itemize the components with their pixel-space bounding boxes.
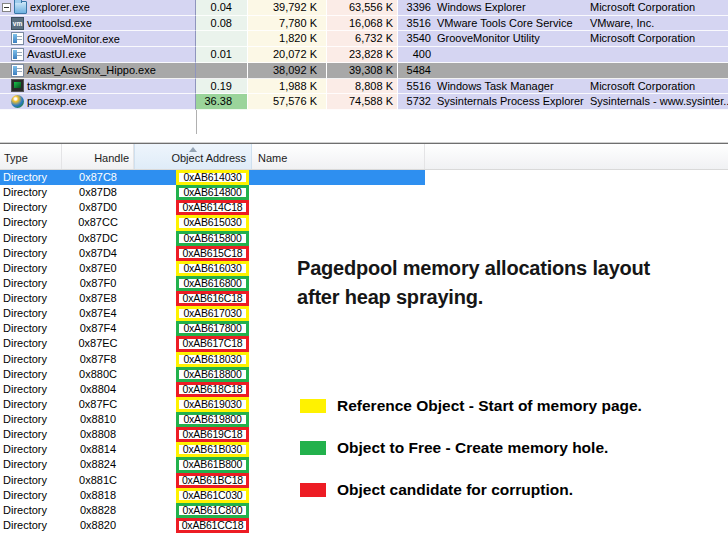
handle-row[interactable]: Directory 0x87D8 0xAB614800 bbox=[0, 185, 728, 200]
object-address-value: 0xAB616030 bbox=[183, 264, 241, 273]
handle-row[interactable]: Directory 0x87F4 0xAB617800 bbox=[0, 321, 728, 336]
process-tree-panel: explorer.exe 0.04 39,792 K 63,556 K 3396… bbox=[0, 0, 728, 110]
process-name-cell: AvastUI.exe bbox=[0, 47, 196, 63]
pid-value: 3396 bbox=[398, 0, 434, 16]
handle-value: 0x8824 bbox=[62, 457, 134, 472]
process-row[interactable]: taskmgr.exe 0.19 1,988 K 8,808 K 5516 Wi… bbox=[0, 79, 728, 95]
process-description bbox=[434, 47, 586, 63]
process-description: VMware Tools Core Service bbox=[434, 16, 586, 32]
object-address-box: 0xAB616C18 bbox=[176, 291, 249, 306]
handle-value: 0x881C bbox=[62, 473, 134, 488]
object-address-box: 0xAB614800 bbox=[176, 185, 249, 200]
pid-value: 5732 bbox=[398, 94, 434, 110]
object-address-box: 0xAB61B800 bbox=[176, 457, 249, 472]
handle-type: Directory bbox=[0, 291, 62, 306]
process-row[interactable]: GrooveMonitor.exe 1,820 K 6,732 K 3540 G… bbox=[0, 31, 728, 47]
annotation-title: Pagedpool memory allocations layout afte… bbox=[297, 254, 717, 311]
process-explorer-window: explorer.exe 0.04 39,792 K 63,556 K 3396… bbox=[0, 0, 728, 533]
annotation-legend: Reference Object - Start of memory page.… bbox=[300, 398, 642, 497]
handle-type: Directory bbox=[0, 200, 62, 215]
object-address-value: 0xAB61B800 bbox=[183, 460, 242, 469]
object-address-box: 0xAB619030 bbox=[176, 397, 249, 412]
process-description: Windows Explorer bbox=[434, 0, 586, 16]
handle-type: Directory bbox=[0, 352, 62, 367]
legend-item: Object candidate for corruption. bbox=[300, 482, 642, 497]
handle-value: 0x87C8 bbox=[62, 170, 134, 185]
handle-row[interactable]: Directory 0x87EC 0xAB617C18 bbox=[0, 336, 728, 351]
object-address-value: 0xAB617030 bbox=[183, 309, 241, 318]
object-address-value: 0xAB616800 bbox=[183, 279, 241, 288]
handle-row[interactable]: Directory 0x8820 0xAB61CC18 bbox=[0, 518, 728, 533]
column-header-name[interactable]: Name bbox=[252, 144, 425, 169]
handle-row[interactable]: Directory 0x87CC 0xAB615030 bbox=[0, 215, 728, 230]
handle-table-header: Type Handle Object Address Name bbox=[0, 144, 728, 170]
object-address-box: 0xAB61C030 bbox=[176, 488, 249, 503]
object-address-value: 0xAB615C18 bbox=[183, 249, 243, 258]
cpu-value bbox=[196, 63, 248, 79]
handle-row[interactable]: Directory 0x87C8 0xAB614030 bbox=[0, 170, 728, 185]
column-header-name-label: Name bbox=[258, 152, 287, 164]
process-row[interactable]: procexp.exe 36.38 57,576 K 74,588 K 5732… bbox=[0, 94, 728, 110]
object-address-value: 0xAB614030 bbox=[183, 173, 241, 182]
working-set-value: 63,556 K bbox=[327, 0, 398, 16]
object-address-box: 0xAB617030 bbox=[176, 306, 249, 321]
object-address-value: 0xAB61C800 bbox=[183, 506, 243, 515]
tree-collapse-icon[interactable] bbox=[2, 3, 11, 12]
process-row[interactable]: AvastUI.exe 0.01 20,072 K 23,828 K 400 bbox=[0, 47, 728, 63]
sort-ascending-icon bbox=[189, 147, 197, 152]
cpu-value: 0.01 bbox=[196, 47, 248, 63]
object-address-value: 0xAB61CC18 bbox=[182, 521, 244, 530]
pid-value: 3540 bbox=[398, 31, 434, 47]
handle-type: Directory bbox=[0, 412, 62, 427]
handle-row[interactable]: Directory 0x87D0 0xAB614C18 bbox=[0, 200, 728, 215]
object-address-box: 0xAB615030 bbox=[176, 215, 249, 230]
legend-item: Reference Object - Start of memory page. bbox=[300, 398, 642, 413]
handle-row[interactable]: Directory 0x87DC 0xAB615800 bbox=[0, 231, 728, 246]
handle-value: 0x87E0 bbox=[62, 261, 134, 276]
object-address-box: 0xAB618C18 bbox=[176, 382, 249, 397]
column-header-object-address[interactable]: Object Address bbox=[134, 144, 252, 169]
handle-row[interactable]: Directory 0x8828 0xAB61C800 bbox=[0, 503, 728, 518]
handle-value: 0x87E8 bbox=[62, 291, 134, 306]
object-address-box: 0xAB614030 bbox=[176, 170, 249, 185]
handle-type: Directory bbox=[0, 231, 62, 246]
process-row[interactable]: Avast_AswSnx_Hippo.exe 38,092 K 39,308 K… bbox=[0, 63, 728, 79]
working-set-value: 39,308 K bbox=[327, 63, 398, 79]
handle-row[interactable]: Directory 0x87F8 0xAB618030 bbox=[0, 352, 728, 367]
pid-value: 400 bbox=[398, 47, 434, 63]
handle-type: Directory bbox=[0, 336, 62, 351]
object-address-box: 0xAB614C18 bbox=[176, 200, 249, 215]
handle-type: Directory bbox=[0, 215, 62, 230]
procexp-icon bbox=[11, 95, 24, 108]
pid-value: 5484 bbox=[398, 63, 434, 79]
process-row[interactable]: explorer.exe 0.04 39,792 K 63,556 K 3396… bbox=[0, 0, 728, 16]
column-header-handle[interactable]: Handle bbox=[62, 144, 134, 169]
taskmgr-icon bbox=[11, 79, 24, 92]
object-address-box: 0xAB61B030 bbox=[176, 442, 249, 457]
handle-value: 0x87E4 bbox=[62, 306, 134, 321]
handle-row[interactable]: Directory 0x8804 0xAB618C18 bbox=[0, 382, 728, 397]
process-name: AvastUI.exe bbox=[27, 47, 86, 62]
object-address-box: 0xAB617800 bbox=[176, 321, 249, 336]
object-address-box: 0xAB615C18 bbox=[176, 246, 249, 261]
object-address-value: 0xAB618030 bbox=[183, 355, 241, 364]
column-header-type[interactable]: Type bbox=[0, 144, 62, 169]
handle-type: Directory bbox=[0, 473, 62, 488]
company-name bbox=[586, 47, 728, 63]
process-row[interactable]: vmvmtoolsd.exe 0.08 7,780 K 16,068 K 351… bbox=[0, 16, 728, 32]
object-address-box: 0xAB617C18 bbox=[176, 336, 249, 351]
object-address-box: 0xAB61C800 bbox=[176, 503, 249, 518]
handle-type: Directory bbox=[0, 488, 62, 503]
company-name: Sysinternals - www.sysinter... bbox=[586, 94, 728, 110]
handle-type: Directory bbox=[0, 246, 62, 261]
process-description: Windows Task Manager bbox=[434, 79, 586, 95]
handle-type: Directory bbox=[0, 170, 62, 185]
handle-value: 0x880C bbox=[62, 367, 134, 382]
handle-row[interactable]: Directory 0x880C 0xAB618800 bbox=[0, 367, 728, 382]
process-name-cell: GrooveMonitor.exe bbox=[0, 31, 196, 47]
object-address-box: 0xAB619C18 bbox=[176, 427, 249, 442]
handle-type: Directory bbox=[0, 276, 62, 291]
process-name-cell: vmvmtoolsd.exe bbox=[0, 16, 196, 32]
handle-value: 0x87D8 bbox=[62, 185, 134, 200]
handle-type: Directory bbox=[0, 367, 62, 382]
